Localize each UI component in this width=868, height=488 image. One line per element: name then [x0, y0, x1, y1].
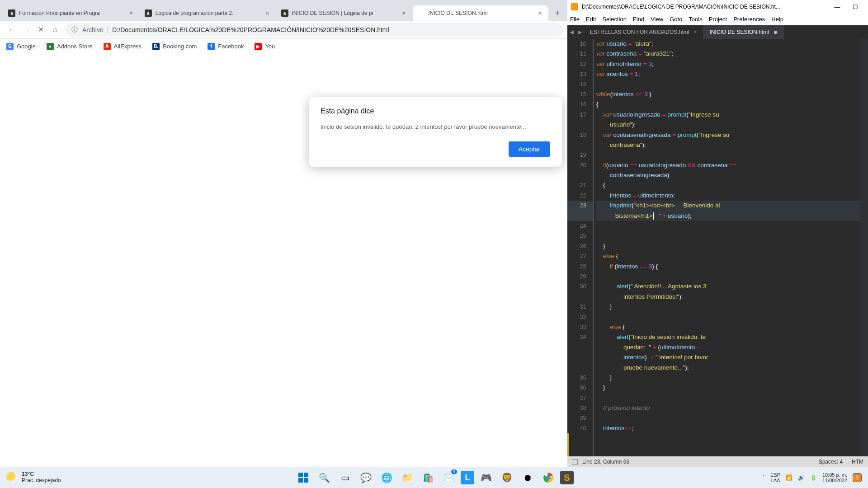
line-number[interactable]: 29 — [567, 272, 593, 282]
code-line[interactable]: pruebe nuevamente..."); — [596, 363, 860, 373]
editor-tab[interactable]: INICIO DE SESION.html● — [703, 25, 784, 39]
line-number[interactable]: 21 — [567, 180, 593, 190]
code-line[interactable] — [596, 231, 860, 241]
code-line[interactable] — [596, 150, 860, 160]
code-line[interactable]: } — [596, 373, 860, 383]
code-line[interactable]: var ultimoIntento = 3; — [596, 59, 860, 69]
menu-item[interactable]: Edit — [586, 16, 596, 23]
menu-item[interactable]: Goto — [670, 16, 682, 23]
line-number[interactable]: 14 — [567, 80, 593, 89]
code-line[interactable]: if (intentos == 3) { — [596, 262, 860, 272]
line-number[interactable]: 10 — [567, 39, 593, 49]
code-line[interactable]: while(intentos <= 3 ) — [596, 89, 860, 99]
code-line[interactable]: { — [596, 180, 860, 190]
camtasia-app-icon[interactable]: ⏺ — [519, 469, 537, 487]
line-number[interactable]: 23 — [567, 201, 593, 211]
close-icon[interactable]: × — [693, 29, 697, 35]
line-number[interactable] — [567, 140, 593, 150]
line-number[interactable]: 16 — [567, 99, 593, 109]
code-line[interactable]: { — [596, 99, 860, 109]
code-line[interactable]: usuario"); — [596, 120, 860, 130]
cursor-position[interactable]: Line 23, Column 66 — [582, 459, 629, 465]
line-gutter[interactable]: 1011121314151617181920212223242526272829… — [567, 39, 593, 433]
menu-item[interactable]: Project — [709, 16, 727, 23]
explorer-app-icon[interactable]: 📁 — [398, 469, 416, 487]
store-app-icon[interactable]: 🛍️ — [419, 469, 437, 487]
code-line[interactable]: contrasenaIngresada) — [596, 170, 860, 180]
accept-button[interactable]: Aceptar — [509, 141, 550, 157]
language-app-icon[interactable]: L — [461, 471, 474, 484]
minimize-button[interactable]: — — [828, 0, 846, 14]
menu-item[interactable]: File — [570, 16, 580, 23]
menu-item[interactable]: Tools — [689, 16, 702, 23]
code-line[interactable]: alert("Inicio de sesión inválido. te — [596, 332, 860, 342]
line-number[interactable]: 40 — [567, 423, 593, 433]
line-number[interactable] — [567, 211, 593, 221]
line-number[interactable]: 18 — [567, 130, 593, 140]
brave-app-icon[interactable]: 🦁 — [498, 469, 516, 487]
line-number[interactable]: 37 — [567, 393, 593, 403]
close-icon[interactable]: × — [537, 9, 544, 17]
line-number[interactable]: 34 — [567, 332, 593, 342]
line-number[interactable]: 24 — [567, 221, 593, 231]
indent-indicator[interactable]: Spaces: 4 — [819, 459, 843, 465]
code-line[interactable]: } — [596, 383, 860, 393]
line-number[interactable] — [567, 352, 593, 362]
line-number[interactable]: 19 — [567, 150, 593, 160]
panel-toggle-icon[interactable] — [572, 459, 578, 465]
code-editor[interactable]: 1011121314151617181920212223242526272829… — [567, 39, 868, 456]
line-number[interactable]: 25 — [567, 231, 593, 241]
code-line[interactable]: } — [596, 241, 860, 251]
sublime-menubar[interactable]: FileEditSelectionFindViewGotoToolsProjec… — [567, 14, 868, 25]
syntax-indicator[interactable]: HTM — [852, 459, 863, 465]
clock[interactable]: 10:05 p. m. 11/08/2022 — [822, 472, 847, 483]
line-number[interactable] — [567, 363, 593, 373]
code-line[interactable]: intentos = ultimoIntento; — [596, 191, 860, 201]
line-number[interactable]: 30 — [567, 282, 593, 291]
code-line[interactable] — [596, 393, 860, 403]
line-number[interactable]: 11 — [567, 49, 593, 59]
code-line[interactable]: intentos++; — [596, 423, 860, 433]
code-line[interactable] — [596, 80, 860, 89]
line-number[interactable]: 15 — [567, 89, 593, 99]
code-line[interactable]: intentos Permitidos!"); — [596, 292, 860, 302]
bookmark-item[interactable]: GGoogle — [6, 43, 36, 50]
edge-app-icon[interactable]: 🌐 — [377, 469, 396, 487]
line-number[interactable]: 13 — [567, 69, 593, 79]
chat-app-icon[interactable]: 💬 — [357, 469, 375, 487]
code-line[interactable]: else { — [596, 322, 860, 332]
line-number[interactable]: 22 — [567, 191, 593, 201]
bookmark-item[interactable]: B.Booking.com — [152, 43, 197, 50]
code-line[interactable] — [596, 312, 860, 322]
sublime-app-icon[interactable]: S — [560, 471, 574, 484]
prev-tab-icon[interactable]: ◀ — [567, 29, 576, 35]
line-number[interactable]: 38 — [567, 403, 593, 413]
chrome-app-icon[interactable] — [539, 469, 557, 487]
menu-item[interactable]: View — [651, 16, 663, 23]
notifications-button[interactable]: 1 — [853, 473, 862, 482]
next-tab-icon[interactable]: ▶ — [576, 29, 584, 35]
code-line[interactable]: var usuario = "alura"; — [596, 39, 860, 49]
tray-overflow-icon[interactable]: ˄ — [762, 474, 765, 481]
menu-item[interactable]: Selection — [602, 16, 626, 23]
menu-item[interactable]: Preferences — [733, 16, 765, 23]
code-line[interactable]: imprimir("<h1><br><br> Bienvenido al — [596, 201, 860, 211]
line-number[interactable]: 20 — [567, 160, 593, 170]
line-number[interactable]: 35 — [567, 373, 593, 383]
close-icon[interactable]: × — [264, 9, 271, 17]
code-area[interactable]: var usuario = "alura";var contrasena = "… — [596, 39, 860, 433]
line-number[interactable]: 17 — [567, 110, 593, 120]
editor-tab[interactable]: ESTRELLAS CON FOR ANIDADOS.html× — [584, 25, 703, 39]
line-number[interactable]: 39 — [567, 413, 593, 423]
site-info-icon[interactable]: ⓘ — [71, 26, 78, 34]
battery-icon[interactable]: 🔋 — [810, 474, 817, 481]
bookmark-item[interactable]: AAliExpress — [104, 43, 142, 50]
sublime-titlebar[interactable]: D:\Documentos\ORACLE\LOGICA DE PROGRAMAC… — [567, 0, 868, 14]
maximize-button[interactable]: ☐ — [846, 0, 864, 14]
code-line[interactable]: quedan: " + (ultimoIntento - — [596, 343, 860, 352]
browser-tab-3[interactable]: INICIO DE SESION.html× — [413, 5, 548, 21]
address-input[interactable]: ⓘ Archivo | D:/Documentos/ORACLE/LOGICA%… — [65, 23, 563, 37]
line-number[interactable]: 12 — [567, 59, 593, 69]
language-indicator[interactable]: ESP LAA — [770, 472, 780, 483]
menu-item[interactable]: Help — [771, 16, 783, 23]
